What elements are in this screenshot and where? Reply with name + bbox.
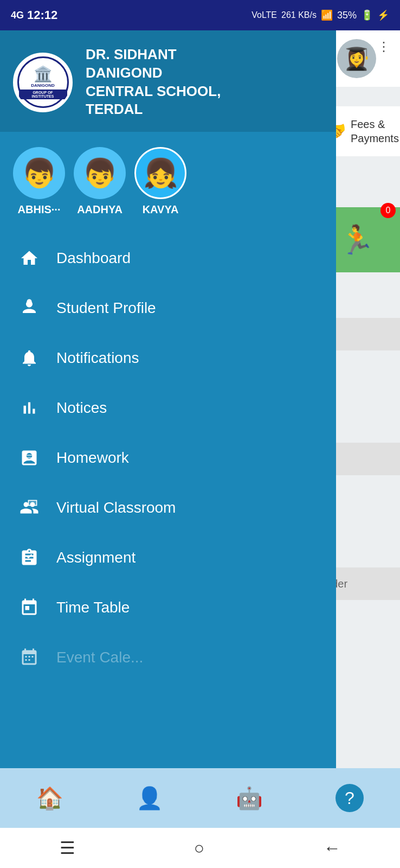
- student-figure-abhis: 👦: [22, 159, 57, 187]
- android-back-btn[interactable]: ←: [323, 838, 340, 858]
- android-home-icon: ○: [194, 838, 204, 858]
- bg-avatar: 👩‍🎓: [337, 39, 376, 78]
- students-row: 👦 ABHIS··· 👦 AADHYA 👧 KAVYA: [0, 132, 336, 229]
- virtual-classroom-icon: [17, 496, 41, 520]
- android-back-icon: ←: [323, 838, 340, 858]
- nav-item-notices[interactable]: Notices: [0, 383, 336, 433]
- nav-label-virtual-classroom: Virtual Classroom: [56, 499, 176, 516]
- svg-point-6: [25, 505, 27, 506]
- timetable-icon: [17, 596, 41, 620]
- svg-rect-1: [27, 299, 32, 306]
- wifi-icon: 📶: [321, 9, 333, 21]
- student-name-abhis: ABHIS···: [18, 203, 61, 216]
- android-menu-icon: ☰: [60, 838, 75, 858]
- school-logo-inner: 🏛️ DANIGOND GROUP OF INSTITUTES: [17, 56, 69, 108]
- fees-label: Fees &Payments: [351, 117, 399, 145]
- student-name-kavya: KAVYA: [143, 203, 179, 216]
- nav-label-event-calendar: Event Cale...: [56, 649, 143, 666]
- nav-item-notifications[interactable]: Notifications: [0, 333, 336, 383]
- nav-items-list: Dashboard Student Profile Notifications: [0, 229, 336, 806]
- logo-text: DANIGOND: [31, 83, 55, 88]
- student-avatar-abhis[interactable]: 👦: [13, 147, 65, 199]
- notices-icon: [17, 396, 41, 420]
- student-profile-icon: [17, 296, 41, 320]
- assignment-icon: [17, 546, 41, 570]
- bottom-nav-profile[interactable]: 👤: [136, 786, 163, 811]
- three-dots-icon[interactable]: ⋮: [377, 39, 391, 54]
- speed-display: 261 KB/s: [281, 10, 317, 20]
- nav-label-assignment: Assignment: [56, 549, 136, 566]
- android-nav: ☰ ○ ←: [0, 828, 400, 868]
- bolt-icon: ⚡: [377, 9, 389, 21]
- logo-emblem: 🏛️: [34, 65, 53, 83]
- bottom-nav-ai[interactable]: 🤖: [236, 786, 263, 811]
- lte-icon: VoLTE: [251, 10, 277, 20]
- student-figure-kavya: 👧: [143, 159, 178, 187]
- android-home-btn[interactable]: ○: [194, 838, 204, 858]
- bell-icon: [17, 346, 41, 370]
- nav-label-notifications: Notifications: [56, 349, 139, 367]
- time-display: 12:12: [27, 8, 57, 22]
- svg-rect-3: [25, 457, 34, 458]
- student-name-aadhya: AADHYA: [77, 203, 122, 216]
- nav-item-dashboard[interactable]: Dashboard: [0, 233, 336, 283]
- status-bar: 4G 12:12 VoLTE 261 KB/s 📶 35% 🔋 ⚡: [0, 0, 400, 30]
- student-item-aadhya[interactable]: 👦 AADHYA: [74, 147, 126, 216]
- bottom-nav-help-icon: ?: [336, 784, 364, 812]
- student-avatar-kavya[interactable]: 👧: [134, 147, 186, 199]
- notification-badge: 0: [380, 203, 396, 218]
- status-right: VoLTE 261 KB/s 📶 35% 🔋 ⚡: [251, 9, 389, 21]
- student-figure-aadhya: 👦: [82, 159, 118, 187]
- nav-item-homework[interactable]: Homework: [0, 433, 336, 483]
- nav-label-time-table: Time Table: [56, 599, 130, 616]
- battery-icon: 🔋: [361, 9, 373, 21]
- drawer-header: 🏛️ DANIGOND GROUP OF INSTITUTES DR. SIDH…: [0, 30, 336, 132]
- bottom-nav-ai-icon: 🤖: [236, 786, 263, 811]
- home-icon: [17, 246, 41, 270]
- battery-display: 35%: [337, 10, 357, 21]
- nav-item-time-table[interactable]: Time Table: [0, 583, 336, 633]
- bottom-nav-help[interactable]: ?: [336, 784, 364, 812]
- logo-banner: GROUP OF INSTITUTES: [19, 90, 67, 99]
- nav-label-homework: Homework: [56, 449, 129, 467]
- nav-label-notices: Notices: [56, 399, 107, 417]
- school-logo: 🏛️ DANIGOND GROUP OF INSTITUTES: [13, 53, 73, 112]
- status-left: 4G 12:12: [11, 8, 57, 22]
- android-menu-btn[interactable]: ☰: [60, 838, 75, 858]
- nav-item-event-calendar[interactable]: Event Cale...: [0, 633, 336, 682]
- navigation-drawer: 🏛️ DANIGOND GROUP OF INSTITUTES DR. SIDH…: [0, 30, 336, 806]
- student-item-abhis[interactable]: 👦 ABHIS···: [13, 147, 65, 216]
- nav-item-virtual-classroom[interactable]: Virtual Classroom: [0, 483, 336, 533]
- school-name: DR. SIDHANTDANIGONDCENTRAL SCHOOL,TERDAL: [86, 46, 221, 119]
- bottom-nav-home-icon: 🏠: [36, 786, 63, 811]
- signal-icon: 4G: [11, 10, 24, 21]
- bottom-nav-home[interactable]: 🏠: [36, 786, 63, 811]
- nav-item-student-profile[interactable]: Student Profile: [0, 283, 336, 333]
- svg-rect-4: [25, 459, 30, 461]
- svg-rect-2: [25, 455, 34, 456]
- nav-label-dashboard: Dashboard: [56, 250, 131, 267]
- bottom-nav-profile-icon: 👤: [136, 786, 163, 811]
- homework-icon: [17, 446, 41, 470]
- nav-item-assignment[interactable]: Assignment: [0, 533, 336, 583]
- student-avatar-aadhya[interactable]: 👦: [74, 147, 126, 199]
- nav-label-student-profile: Student Profile: [56, 299, 156, 317]
- student-item-kavya[interactable]: 👧 KAVYA: [134, 147, 186, 216]
- bottom-nav: 🏠 👤 🤖 ?: [0, 768, 400, 828]
- event-calendar-icon: [17, 646, 41, 669]
